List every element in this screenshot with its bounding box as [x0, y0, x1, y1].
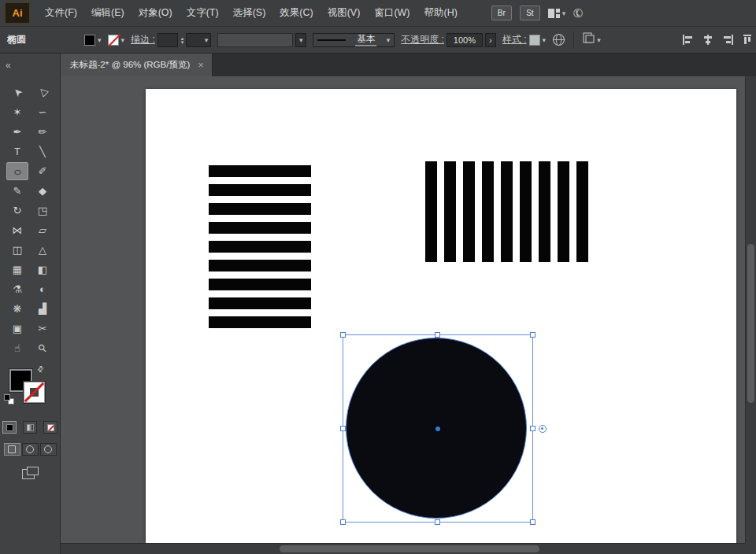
rotate-handle[interactable] [539, 425, 547, 433]
menu-object[interactable]: 对象(O) [132, 0, 180, 26]
globe-icon[interactable] [552, 33, 565, 46]
fill-color-control[interactable]: ▾ [84, 35, 102, 46]
chevron-down-icon[interactable]: ▾ [543, 36, 547, 44]
horizontal-stripes-object[interactable] [209, 165, 311, 328]
draw-behind-button[interactable] [22, 443, 39, 456]
document-setup-icon[interactable] [582, 32, 595, 47]
perspective-grid-tool[interactable]: △ [32, 241, 54, 259]
menu-file[interactable]: 文件(F) [38, 0, 84, 26]
curvature-tool[interactable]: ✏ [32, 123, 54, 141]
zoom-tool[interactable]: ⚲ [32, 339, 54, 357]
align-center-button[interactable] [702, 35, 713, 45]
slice-tool[interactable]: ✂ [32, 319, 54, 338]
ellipse-tool[interactable]: ○ [6, 162, 28, 180]
blob-brush-tool[interactable]: ◆ [32, 182, 54, 200]
brush-definition-dropdown[interactable] [217, 33, 293, 47]
chevron-down-icon[interactable]: ▾ [98, 36, 102, 44]
screen-mode-button[interactable] [22, 467, 38, 478]
selection-handle-top-right[interactable] [530, 332, 536, 338]
vertical-scrollbar-thumb[interactable] [747, 244, 754, 403]
scale-tool[interactable]: ◳ [32, 201, 54, 220]
vertical-scrollbar[interactable] [745, 76, 756, 543]
selection-handle-top-left[interactable] [340, 332, 346, 338]
selection-handle-top-center[interactable] [435, 332, 440, 338]
width-tool[interactable]: ⋈ [6, 221, 28, 239]
default-fill-stroke-icon[interactable] [4, 394, 15, 405]
magic-wand-tool[interactable]: ✶ [6, 103, 28, 121]
stroke-weight-dropdown[interactable]: ▾ [186, 33, 211, 47]
mesh-tool[interactable]: ▦ [6, 260, 28, 279]
stroke-weight-input[interactable] [158, 33, 178, 47]
close-tab-icon[interactable]: × [198, 60, 204, 70]
align-top-button[interactable] [743, 35, 751, 45]
menu-help[interactable]: 帮助(H) [417, 0, 465, 26]
blend-tool[interactable]: ◐ [32, 280, 54, 298]
collapse-panel-icon[interactable]: « [6, 60, 11, 71]
opacity-input[interactable]: 100% [447, 33, 483, 47]
rotate-tool[interactable]: ↻ [6, 201, 28, 220]
selection-tool[interactable]: ➤ [6, 83, 28, 102]
bridge-button[interactable]: Br [491, 6, 512, 20]
workspace-switcher[interactable]: ▾ [548, 9, 566, 18]
fill-color-swatch[interactable] [84, 35, 95, 46]
document-tab[interactable]: 未标题-2* @ 96% (RGB/预览) × [61, 54, 213, 76]
stock-button[interactable]: St [520, 6, 540, 20]
lasso-tool[interactable]: ∽ [32, 103, 54, 121]
horizontal-scrollbar[interactable] [61, 543, 745, 554]
spinner-down-icon[interactable]: ▾ [181, 40, 184, 44]
line-segment-tool[interactable]: ╲ [32, 142, 54, 161]
horizontal-scrollbar-thumb[interactable] [280, 545, 539, 552]
menu-window[interactable]: 窗口(W) [367, 0, 417, 26]
menu-select[interactable]: 选择(S) [226, 0, 273, 26]
menu-type[interactable]: 文字(T) [180, 0, 226, 26]
eyedropper-tool[interactable]: ⚗ [6, 280, 28, 298]
align-right-button[interactable] [723, 35, 734, 45]
stroke-label[interactable]: 描边 : [131, 33, 155, 46]
selection-handle-bottom-left[interactable] [340, 519, 346, 525]
gradient-button[interactable] [23, 421, 37, 434]
selected-circle-object[interactable] [346, 338, 527, 519]
canvas-pasteboard[interactable] [61, 76, 756, 554]
none-button[interactable] [43, 421, 57, 434]
menu-view[interactable]: 视图(V) [321, 0, 368, 26]
symbol-sprayer-tool[interactable]: ❋ [6, 300, 28, 318]
pencil-tool[interactable]: ✎ [6, 182, 28, 200]
menu-edit[interactable]: 编辑(E) [84, 0, 132, 26]
hand-tool[interactable]: ☝ [6, 339, 28, 357]
color-button[interactable] [2, 421, 17, 434]
variable-width-profile-dropdown[interactable]: 基本 ▾ [313, 33, 395, 47]
draw-normal-button[interactable] [4, 443, 20, 456]
shape-builder-tool[interactable]: ◫ [6, 241, 28, 259]
artboard-tool[interactable]: ▣ [6, 319, 28, 338]
direct-selection-tool[interactable]: ▷ [32, 83, 54, 102]
opacity-expand-button[interactable]: › [485, 33, 496, 47]
stroke-color-control[interactable]: ▾ [108, 35, 125, 46]
artboard[interactable] [146, 89, 736, 543]
stroke-color-swatch[interactable] [108, 35, 119, 46]
pen-tool[interactable]: ✒ [6, 123, 28, 141]
menu-effect[interactable]: 效果(C) [272, 0, 320, 26]
gradient-tool[interactable]: ◧ [32, 260, 54, 279]
style-swatch[interactable] [529, 35, 540, 46]
selection-handle-bottom-center[interactable] [435, 519, 440, 525]
style-label[interactable]: 样式 : [502, 33, 527, 46]
stroke-weight-stepper[interactable]: ▴ ▾ [181, 36, 184, 44]
app-logo[interactable]: Ai [5, 2, 30, 24]
column-graph-tool[interactable]: ▟ [32, 300, 54, 318]
paintbrush-tool[interactable]: ✐ [32, 162, 54, 180]
vertical-stripes-object[interactable] [425, 161, 588, 262]
type-tool[interactable]: T [6, 142, 28, 161]
chevron-down-icon[interactable]: ▾ [597, 36, 601, 44]
swap-fill-stroke-icon[interactable]: ⇄ [35, 364, 46, 375]
opacity-label[interactable]: 不透明度 : [401, 33, 444, 46]
chevron-down-icon[interactable]: ▾ [121, 36, 125, 44]
sync-icon[interactable]: ✆ [570, 5, 587, 22]
stroke-swatch[interactable] [24, 382, 45, 403]
brush-definition-chevron[interactable]: ▾ [295, 33, 306, 47]
selection-handle-bottom-right[interactable] [530, 519, 536, 525]
selection-handle-middle-left[interactable] [340, 426, 346, 431]
draw-inside-button[interactable] [40, 443, 57, 456]
align-left-button[interactable] [682, 35, 693, 45]
selection-handle-middle-right[interactable] [530, 426, 536, 431]
free-transform-tool[interactable]: ▱ [32, 221, 54, 239]
